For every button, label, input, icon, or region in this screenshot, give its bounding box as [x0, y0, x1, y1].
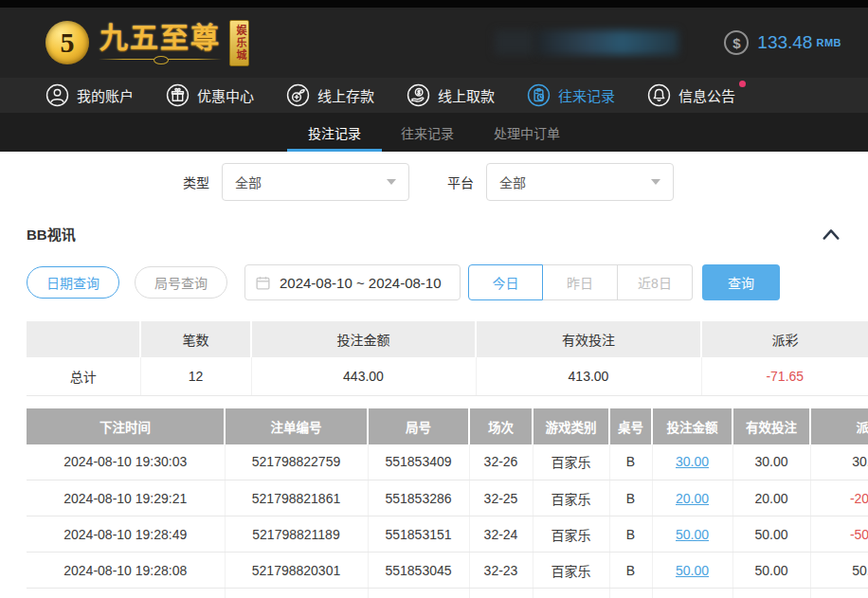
records-cell: 32-24	[469, 516, 533, 553]
summary-cell: 总计	[27, 357, 140, 395]
summary-cell: -71.65	[701, 357, 868, 395]
records-cell: 551852937	[368, 589, 469, 598]
records-header-cell: 注单编号	[225, 408, 368, 444]
subtab-bar: 投注记录 往来记录 处理中订单	[0, 113, 868, 152]
tab-bet-records[interactable]: 投注记录	[304, 113, 365, 152]
platform-select[interactable]: 全部	[486, 163, 674, 201]
nav-item-withdraw[interactable]: 线上取款	[407, 83, 495, 107]
top-strip	[0, 0, 868, 8]
records-cell: 百家乐	[533, 589, 609, 598]
section-title: BB视讯	[27, 224, 76, 244]
main-nav: 我的账户 优惠中心 线上存款 线上取款	[0, 78, 868, 113]
type-select[interactable]: 全部	[222, 163, 409, 201]
summary-cell: 443.00	[251, 357, 476, 395]
page: 5 九五至尊 娱乐城 $ 133.48 RMB 我的账户	[0, 0, 868, 598]
records-cell: 2024-08-10 19:30:03	[27, 444, 225, 480]
account-area: $ 133.48 RMB	[495, 30, 841, 55]
records-cell: 30.00	[810, 444, 868, 480]
records-header-cell: 游戏类别	[533, 408, 609, 444]
filter-row: 类型 全部 平台 全部	[183, 163, 868, 201]
records-cell: 551853045	[368, 553, 469, 589]
table-row: 2024-08-10 19:29:21521798821861551853286…	[27, 480, 868, 516]
last-8-days-button[interactable]: 近8日	[618, 264, 693, 300]
query-row: 日期查询 局号查询 2024-08-10 ~ 2024-08-10 今日 昨日 …	[27, 264, 868, 300]
summary-table: 笔数投注金额有效投注派彩 总计12443.00413.00-71.65	[27, 321, 868, 396]
summary-cell: 413.00	[476, 357, 701, 395]
tab-label: 往来记录	[401, 123, 454, 142]
deposit-icon	[286, 83, 310, 107]
notification-dot	[739, 81, 746, 87]
search-button[interactable]: 查询	[702, 264, 780, 300]
table-row: 2024-08-10 19:27:29521798819438551852937…	[27, 589, 868, 598]
nav-item-promotions[interactable]: 优惠中心	[166, 83, 254, 107]
records-cell: B	[609, 553, 652, 589]
records-cell: 521798820301	[225, 553, 368, 589]
date-query-tab[interactable]: 日期查询	[27, 266, 119, 299]
records-cell: -50.00	[810, 516, 868, 553]
censored-username	[536, 30, 678, 55]
table-row: 2024-08-10 19:30:03521798822759551853409…	[27, 444, 868, 480]
records-cell: 2024-08-10 19:28:49	[27, 516, 225, 553]
records-cell: 63.00	[732, 589, 810, 598]
site-logo[interactable]: 5 九五至尊 娱乐城	[45, 20, 249, 66]
brand-sub-badge: 娱乐城	[229, 20, 249, 66]
records-cell: 百家乐	[533, 553, 609, 589]
records-cell: 521798819438	[225, 589, 368, 598]
logo-flourish	[99, 55, 222, 63]
records-cell: 551853151	[368, 516, 469, 553]
bet-amount-link[interactable]: 50.00	[652, 516, 732, 553]
bet-amount-link[interactable]: 20.00	[652, 480, 732, 516]
summary-header-cell: 派彩	[701, 321, 868, 357]
bet-amount-link[interactable]: 63.00	[652, 589, 732, 598]
nav-item-transaction-records[interactable]: 往来记录	[527, 83, 615, 107]
calendar-icon	[255, 275, 271, 291]
table-row: 2024-08-10 19:28:08521798820301551853045…	[27, 553, 868, 589]
nav-item-announcements[interactable]: 信息公告	[647, 83, 735, 107]
records-cell: -20.00	[810, 480, 868, 516]
balance-currency: RMB	[816, 37, 841, 48]
round-query-tab[interactable]: 局号查询	[135, 266, 227, 299]
type-filter-label: 类型	[183, 172, 209, 191]
bet-amount-link[interactable]: 50.00	[652, 553, 732, 589]
platform-select-value: 全部	[499, 172, 526, 191]
records-cell: 32-26	[469, 444, 533, 480]
records-cell: 551853286	[368, 480, 469, 516]
records-cell: 百家乐	[533, 516, 609, 553]
date-range-input[interactable]: 2024-08-10 ~ 2024-08-10	[244, 264, 461, 300]
records-cell: 50.00	[732, 553, 810, 589]
summary-header-cell: 投注金额	[251, 321, 476, 357]
table-row: 2024-08-10 19:28:49521798821189551853151…	[27, 516, 868, 553]
summary-header-cell: 有效投注	[476, 321, 701, 357]
chevron-up-icon	[821, 227, 841, 242]
records-table: 下注时间注单编号局号场次游戏类别桌号投注金额有效投注派彩 2024-08-10 …	[27, 408, 868, 598]
today-button[interactable]: 今日	[468, 264, 543, 300]
records-cell: 59.85	[810, 589, 868, 598]
records-cell: 521798821189	[225, 516, 368, 553]
tab-label: 处理中订单	[494, 123, 560, 142]
tab-pending-orders[interactable]: 处理中订单	[490, 113, 564, 152]
quick-date-group: 今日 昨日 近8日	[468, 264, 693, 300]
records-cell: B	[609, 589, 652, 598]
records-cell: 521798822759	[225, 444, 368, 480]
records-cell: 32-25	[469, 480, 533, 516]
collapse-section-button[interactable]	[821, 227, 841, 242]
summary-cell: 12	[140, 357, 251, 395]
records-header-cell: 桌号	[609, 408, 652, 444]
yesterday-button[interactable]: 昨日	[543, 264, 618, 300]
tab-label: 投注记录	[308, 123, 361, 142]
records-cell: B	[609, 444, 652, 480]
nav-item-my-account[interactable]: 我的账户	[45, 83, 134, 107]
user-icon	[45, 83, 69, 107]
bet-amount-link[interactable]: 30.00	[652, 444, 732, 480]
records-cell: 32-23	[469, 553, 533, 589]
records-cell: 551853409	[368, 444, 469, 480]
nav-label: 我的账户	[77, 85, 134, 105]
nav-label: 往来记录	[558, 85, 615, 105]
nav-label: 线上存款	[317, 85, 374, 105]
logo-mark-icon: 5	[45, 21, 89, 64]
nav-item-deposit[interactable]: 线上存款	[286, 83, 374, 107]
brand-name: 九五至尊	[99, 23, 221, 53]
tab-transaction-records[interactable]: 往来记录	[397, 113, 458, 152]
records-cell: 50.00	[732, 516, 810, 553]
records-header-cell: 有效投注	[732, 408, 810, 444]
